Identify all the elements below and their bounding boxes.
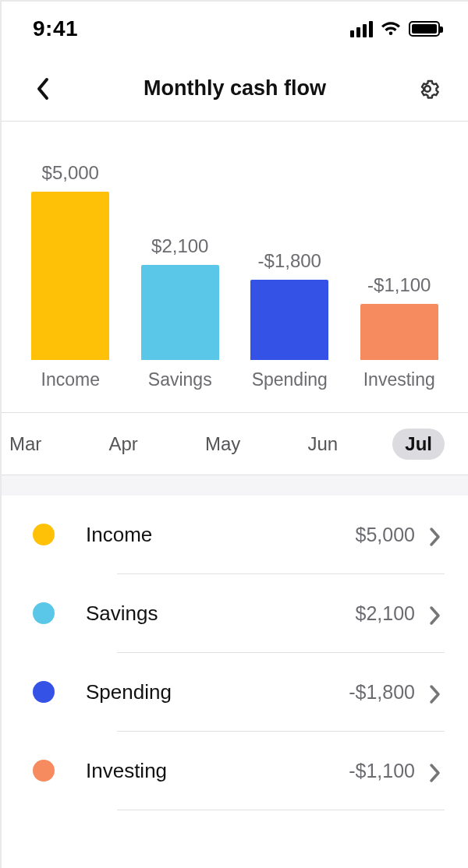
cellular-icon xyxy=(350,21,373,37)
chevron-right-icon xyxy=(429,684,445,700)
page-header: Monthly cash flow xyxy=(2,56,468,122)
list-item-label: Spending xyxy=(86,680,349,704)
chevron-right-icon xyxy=(429,605,445,621)
chart-bar-rect xyxy=(360,304,438,360)
category-color-dot xyxy=(33,524,55,545)
wifi-icon xyxy=(381,21,401,37)
month-tab[interactable]: Jun xyxy=(295,429,350,460)
chart-bar-value: -$1,100 xyxy=(367,274,431,296)
chart-bar: $5,000 xyxy=(25,162,116,360)
category-list: Income$5,000Savings$2,100Spending-$1,800… xyxy=(2,496,468,810)
list-item-label: Investing xyxy=(86,759,349,783)
list-item[interactable]: Income$5,000 xyxy=(33,496,445,573)
chevron-right-icon xyxy=(429,763,445,778)
chevron-right-icon xyxy=(429,527,445,542)
chart-bar: -$1,100 xyxy=(354,274,445,360)
list-item-label: Savings xyxy=(86,602,356,626)
chart-bar-value: $2,100 xyxy=(151,235,208,257)
status-indicators xyxy=(350,21,440,37)
month-tab[interactable]: May xyxy=(193,429,253,460)
status-time: 9:41 xyxy=(33,16,78,41)
chart-bar-rect xyxy=(141,265,219,360)
chart-bar-rect xyxy=(31,192,109,360)
divider xyxy=(117,810,445,810)
settings-button[interactable] xyxy=(412,73,443,104)
list-item-value: $2,100 xyxy=(356,602,415,625)
chevron-left-icon xyxy=(35,77,49,101)
category-color-dot xyxy=(33,760,55,782)
chart-bar-category: Investing xyxy=(354,369,445,390)
list-item-label: Income xyxy=(86,523,356,547)
list-item[interactable]: Savings$2,100 xyxy=(33,574,445,652)
category-color-dot xyxy=(33,681,55,703)
list-item-value: $5,000 xyxy=(356,524,415,546)
chart-bar-category: Spending xyxy=(244,369,335,390)
chart-bar-category: Income xyxy=(25,369,116,390)
chart-bar: -$1,800 xyxy=(244,250,335,360)
chart-bar-value: -$1,800 xyxy=(258,250,321,272)
chart-bar: $2,100 xyxy=(135,235,226,360)
list-item-value: -$1,100 xyxy=(349,760,415,782)
category-color-dot xyxy=(33,602,55,624)
list-item[interactable]: Spending-$1,800 xyxy=(33,653,445,731)
back-button[interactable] xyxy=(27,73,58,104)
month-selector[interactable]: MarAprMayJunJul xyxy=(2,413,468,475)
month-tab[interactable]: Jul xyxy=(392,429,445,460)
status-bar: 9:41 xyxy=(2,2,468,56)
month-tab[interactable]: Apr xyxy=(96,429,150,460)
chart-bar-rect xyxy=(250,280,328,360)
list-item-value: -$1,800 xyxy=(349,681,415,704)
cashflow-chart: $5,000$2,100-$1,800-$1,100 IncomeSavings… xyxy=(2,122,468,413)
month-tab[interactable]: Mar xyxy=(2,429,54,460)
chart-bar-category: Savings xyxy=(135,369,226,390)
chart-bar-value: $5,000 xyxy=(42,162,99,184)
battery-icon xyxy=(409,21,440,37)
divider xyxy=(2,475,468,496)
gear-icon xyxy=(415,76,440,101)
list-item[interactable]: Investing-$1,100 xyxy=(33,732,445,810)
page-title: Monthly cash flow xyxy=(144,76,326,101)
